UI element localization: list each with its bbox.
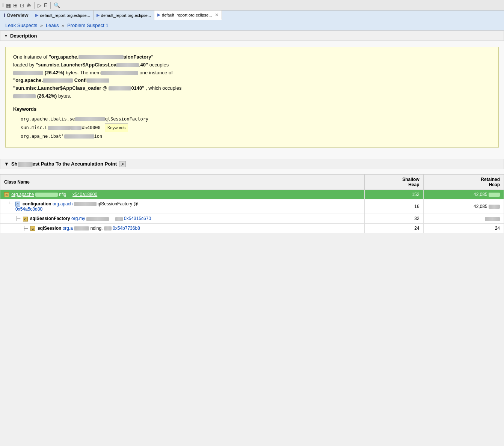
breadcrumb-leaks[interactable]: Leaks: [46, 23, 59, 28]
desc-percent1: (26.42%): [45, 70, 65, 75]
desc-bytes1: bytes. The mem one instance of: [66, 70, 173, 75]
row3-blurred: [86, 217, 109, 221]
col-class-name: Class Name: [0, 174, 365, 190]
toolbar-separator-1: [34, 2, 35, 9]
row2-suffix: qlSessionFactory @: [98, 201, 138, 206]
toolbar-icon-edit[interactable]: E: [44, 2, 47, 8]
tab-report-1-label: default_report org.eclipse...: [40, 13, 90, 18]
row4-blurred: [74, 226, 89, 231]
row2-retained: 42,085: [423, 199, 504, 214]
tab-report-3-label: default_report org.eclipse...: [162, 13, 212, 17]
row2-class: └─ C configuration org.apach qlSessionFa…: [0, 199, 365, 214]
row2-class-link[interactable]: org.apach: [53, 201, 72, 206]
paths-collapse-triangle[interactable]: ▼: [4, 161, 9, 167]
row3-class: ├─ C sqlSessionFactory org.my 0x54315c67…: [0, 214, 365, 223]
export-icon[interactable]: ↗: [119, 161, 126, 167]
row3-field-name: sqlSessionFactory: [30, 216, 70, 221]
tab-report-2-label: default_report org.eclipse...: [101, 13, 151, 18]
desc-occupies: occupies: [149, 62, 169, 68]
class-icon-1: C: [4, 192, 9, 197]
table-row: └─ C configuration org.apach qlSessionFa…: [0, 199, 504, 214]
row3-addr-link[interactable]: 0x54315c670: [124, 216, 151, 221]
toolbar-separator-2: [50, 2, 51, 9]
breadcrumb-problem-suspect-1[interactable]: Problem Suspect 1: [67, 23, 109, 28]
row2-blurred: [74, 202, 97, 206]
tab-report-3-icon: ▶: [157, 12, 160, 17]
table-row: ├─ C sqlSessionFactory org.my 0x54315c67…: [0, 214, 504, 223]
breadcrumb: Leak Suspects » Leaks » Problem Suspect …: [0, 20, 504, 31]
desc-percent2: (26.42%): [37, 93, 57, 99]
desc-line2-prefix: loaded by: [13, 62, 36, 68]
table-row: ├─ C sqlSession org.a nding. 0x54b7736b8…: [0, 223, 504, 233]
row3-shallow: 32: [365, 214, 423, 223]
row1-class-link[interactable]: org.apache: [11, 192, 34, 197]
col-shallow-heap: ShallowHeap: [365, 174, 423, 190]
description-title: Description: [10, 33, 37, 39]
collapse-triangle[interactable]: ▼: [4, 34, 8, 38]
description-text: One instance of "org.apache.sionFactory"…: [13, 53, 491, 100]
row3-retained: [423, 214, 504, 223]
keyword-item-2: sun.misc.Lx540000 Keywords: [21, 124, 491, 133]
row1-blurred: [35, 193, 58, 197]
table-row: C org.apache nfig x540a18800 152 42,085: [0, 190, 504, 199]
row1-ret-blurred: [489, 193, 500, 197]
toolbar-icon-play[interactable]: ▷: [38, 2, 42, 8]
tab-report-2-icon: ▶: [97, 13, 100, 18]
keywords-tooltip: Keywords: [105, 124, 128, 133]
paths-section-header: ▼ Shest Paths To the Accumulation Point …: [0, 159, 504, 169]
desc-occupies2: , which occupies: [146, 85, 181, 91]
desc-class1: "org.apache.sionFactory": [49, 54, 154, 60]
class-table: Class Name ShallowHeap RetainedHeap C or…: [0, 174, 504, 233]
toolbar-icon-gear[interactable]: ❋: [27, 2, 31, 8]
desc-class3: "org.apache. Confi: [13, 77, 109, 83]
row4-shallow: 24: [365, 223, 423, 233]
search-icon[interactable]: 🔍: [54, 2, 60, 8]
desc-class4: "sun.misc.Launcher$AppClass_oader @ 0140…: [13, 85, 144, 91]
tab-overview[interactable]: i Overview: [0, 11, 32, 20]
toolbar-icon-grid[interactable]: ▦: [6, 2, 11, 8]
tree-line-3: ├─: [15, 216, 20, 221]
keyword-3-text: org.apa_ne.ibat'ion: [21, 134, 102, 139]
toolbar-icon-table[interactable]: ⊞: [13, 2, 18, 8]
keyword-2-text: sun.misc.Lx540000: [21, 125, 101, 130]
keywords-list: org.apache.ibatis.seqlSessionFactory sun…: [13, 116, 491, 140]
row3-class-link[interactable]: org.my: [71, 216, 85, 221]
tab-report-1[interactable]: ▶ default_report org.eclipse...: [32, 11, 93, 20]
tree-line-4: ├─: [23, 226, 28, 231]
tree-line-2: └─: [8, 202, 13, 206]
breadcrumb-sep-2: »: [62, 23, 66, 28]
keyword-1-text: org.apache.ibatis.seqlSessionFactory: [21, 116, 148, 122]
desc-bytes2: bytes.: [58, 93, 71, 99]
breadcrumb-sep-1: »: [40, 23, 44, 28]
row2-ret-blurred: [489, 205, 500, 209]
spacer-1: [0, 154, 504, 159]
breadcrumb-leak-suspects[interactable]: Leak Suspects: [5, 23, 37, 28]
row1-shallow: 152: [365, 190, 423, 199]
row3-ret-blurred: [485, 217, 500, 221]
toolbar-icon-sql[interactable]: ⊡: [20, 2, 24, 8]
row2-addr-link[interactable]: 0x54a5c8d80: [15, 206, 42, 212]
toolbar-icon-i[interactable]: I: [2, 2, 4, 8]
class-icon-2: C: [15, 202, 20, 206]
tab-report-3[interactable]: ▶ default_report org.eclipse... ✕: [154, 11, 222, 20]
spacer-2: [0, 169, 504, 174]
keywords-title: Keywords: [13, 105, 491, 113]
desc-blurred-1: [13, 71, 43, 75]
row4-addr-link[interactable]: 0x54b7736b8: [113, 226, 140, 231]
main-content: ▼ Description One instance of "org.apach…: [0, 31, 504, 233]
row1-addr-link[interactable]: x540a18800: [72, 192, 97, 197]
row1-nfig: nfig: [59, 192, 66, 197]
tab-report-2[interactable]: ▶ default_report org.eclipse...: [94, 11, 154, 20]
tab-close-icon[interactable]: ✕: [215, 12, 219, 18]
row4-retained: 24: [423, 223, 504, 233]
col-retained-heap: RetainedHeap: [423, 174, 504, 190]
desc-line1-prefix: One instance of: [13, 54, 49, 60]
keyword-item-3: org.apa_ne.ibat'ion: [21, 133, 491, 140]
row4-class-link[interactable]: org.a: [63, 226, 73, 231]
tab-info-icon: i: [4, 12, 5, 18]
tab-bar: i Overview ▶ default_report org.eclipse.…: [0, 11, 504, 20]
keywords-section: Keywords org.apache.ibatis.seqlSessionFa…: [13, 105, 491, 140]
desc-blurred-2: [13, 94, 36, 98]
class-icon-4: C: [30, 226, 35, 231]
toolbar: I ▦ ⊞ ⊡ ❋ ▷ E 🔍: [0, 0, 504, 11]
